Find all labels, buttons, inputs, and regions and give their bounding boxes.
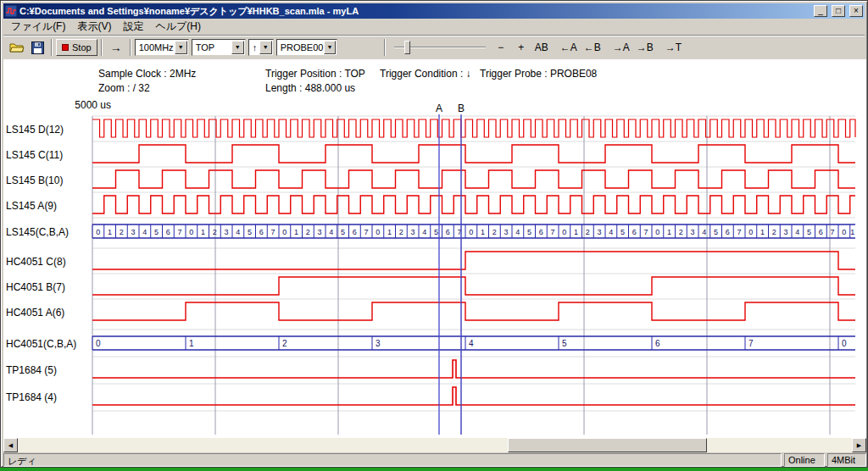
zoom-in-button[interactable]: + <box>511 39 531 56</box>
bus-value: 4 <box>422 228 426 236</box>
bus-value: 6 <box>259 228 264 236</box>
bus-value: 1 <box>108 228 112 236</box>
bus-value: 7 <box>748 339 754 348</box>
menu-item-settings[interactable]: 設定 <box>117 19 149 35</box>
bus-value: 5 <box>527 228 531 236</box>
menu-item-help[interactable]: ヘルプ(H) <box>149 19 207 35</box>
toolbar-separator <box>384 39 386 56</box>
bus-value: 1 <box>481 228 485 236</box>
channel-label-ls145-d-12: LS145 D(12) <box>6 124 64 136</box>
goto-trigger-button[interactable]: →T <box>662 39 685 56</box>
toolbar-separator <box>101 39 103 56</box>
zoom-slider-thumb[interactable] <box>404 41 410 54</box>
scrollbar-track[interactable] <box>18 438 852 452</box>
trigger-edge-select[interactable]: ↑ ▼ <box>248 39 274 56</box>
bus-value: 3 <box>225 228 229 236</box>
bus-value: 3 <box>131 228 136 236</box>
prev-b-button[interactable]: ←B <box>581 39 604 56</box>
channel-label-ls145-c-11: LS145 C(11) <box>6 149 63 161</box>
scrollbar-thumb[interactable] <box>508 438 707 452</box>
titlebar[interactable]: C:¥Documents and Settings¥noname¥デスクトップ¥… <box>3 3 865 19</box>
statusbar: レディ Online 4MBit <box>3 453 866 467</box>
close-button[interactable]: × <box>849 5 863 17</box>
save-button[interactable] <box>27 38 47 57</box>
waveform-ls145-d-12 <box>92 119 855 137</box>
zoom-out-button[interactable]: − <box>491 39 511 56</box>
floppy-disk-icon <box>31 42 44 54</box>
trigger-position-select[interactable]: TOP ▼ <box>192 39 246 56</box>
bus-value: 7 <box>364 228 369 236</box>
waveform-ls145-a-9 <box>92 196 855 213</box>
channel-label-tp1684-4: TP1684 (4) <box>6 391 57 403</box>
run-button[interactable]: → <box>106 39 126 56</box>
bus-value: 7 <box>271 228 275 236</box>
bus-value: 6 <box>166 228 170 236</box>
status-online: Online <box>784 453 825 467</box>
chevron-down-icon[interactable]: ▼ <box>324 41 335 54</box>
scroll-left-icon[interactable]: ◀ <box>3 438 18 452</box>
stop-label: Stop <box>72 42 92 53</box>
bus-value: 0 <box>96 339 101 348</box>
ab-cursor-button[interactable]: AB <box>531 39 552 56</box>
bus-value: 2 <box>399 228 403 236</box>
bus-value: 5 <box>807 228 811 236</box>
menu-item-file[interactable]: ファイル(F) <box>5 19 71 35</box>
app-icon <box>5 5 17 17</box>
bus-value: 3 <box>318 228 322 236</box>
horizontal-scrollbar[interactable]: ◀ ▶ <box>3 438 866 452</box>
channel-label-hc4051-a-6: HC4051 A(6) <box>6 307 64 319</box>
trigger-edge-value: ↑ <box>249 42 259 53</box>
bus-value: 2 <box>586 228 590 236</box>
bus-value: 6 <box>446 228 450 236</box>
waveform-canvas[interactable]: 5000 usLS145 D(12)LS145 C(11)LS145 B(10)… <box>3 59 866 438</box>
chevron-down-icon[interactable]: ▼ <box>259 41 272 54</box>
bus-value: 2 <box>213 228 217 236</box>
open-folder-icon <box>9 42 25 53</box>
bus-value: 1 <box>850 228 854 236</box>
bus-value: 4 <box>142 228 147 236</box>
bus-value: 4 <box>609 228 613 236</box>
scroll-right-icon[interactable]: ▶ <box>852 438 866 452</box>
bus-value: 4 <box>515 228 520 236</box>
next-a-button[interactable]: →A <box>609 39 633 56</box>
waveform-panel: Sample Clock : 2MHz Trigger Position : T… <box>3 59 866 438</box>
app-window: C:¥Documents and Settings¥noname¥デスクトップ¥… <box>0 0 868 468</box>
toolbar: Stop → 100MHz ▼ TOP ▼ ↑ ▼ PROBE00 ▼ − + … <box>3 35 865 59</box>
open-button[interactable] <box>7 38 27 57</box>
channel-label-ls145-b-10: LS145 B(10) <box>6 175 63 186</box>
minimize-button[interactable]: _ <box>814 5 827 17</box>
bus-value: 5 <box>620 228 625 236</box>
time-div-label: 5000 us <box>75 99 111 111</box>
maximize-button[interactable]: □ <box>832 5 845 17</box>
bus-value: 7 <box>551 228 555 236</box>
waveform-ls145-b-10 <box>92 170 855 188</box>
bus-value: 3 <box>691 228 695 236</box>
menu-item-view[interactable]: 表示(V) <box>71 19 117 35</box>
probe-select[interactable]: PROBE00 ▼ <box>276 39 337 56</box>
stop-button[interactable]: Stop <box>56 39 97 56</box>
bus-value: 0 <box>562 228 566 236</box>
bus-value: 3 <box>411 228 415 236</box>
bus-value: 4 <box>469 339 474 348</box>
sample-clock-select[interactable]: 100MHz ▼ <box>135 39 189 56</box>
bus-value: 0 <box>842 339 847 348</box>
cursor-a-label: A <box>436 103 442 114</box>
toolbar-separator <box>130 39 131 56</box>
bus-value: 5 <box>248 228 252 236</box>
prev-a-button[interactable]: ←A <box>557 39 581 56</box>
bus-value: 7 <box>737 228 742 236</box>
next-b-button[interactable]: →B <box>633 39 657 56</box>
status-memory: 4MBit <box>827 453 866 467</box>
bus-value: 2 <box>120 228 124 236</box>
zoom-slider[interactable] <box>394 39 486 56</box>
chevron-down-icon[interactable]: ▼ <box>175 41 187 54</box>
bus-value: 4 <box>236 228 240 236</box>
waveform-tp1684-4 <box>92 387 855 405</box>
chevron-down-icon[interactable]: ▼ <box>231 41 244 54</box>
bus-value: 7 <box>831 228 835 236</box>
bus-value: 7 <box>178 228 182 236</box>
bus-value: 7 <box>644 228 648 236</box>
bus-value: 0 <box>376 228 380 236</box>
bus-value: 2 <box>306 228 310 236</box>
bus-value: 3 <box>598 228 602 236</box>
